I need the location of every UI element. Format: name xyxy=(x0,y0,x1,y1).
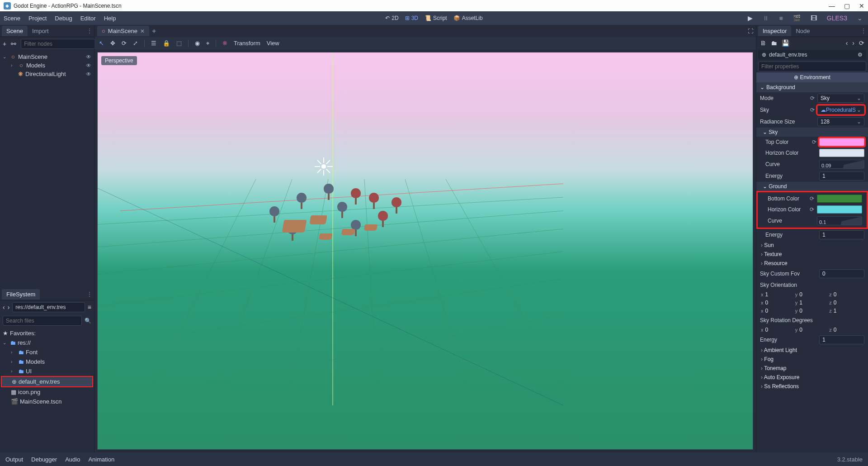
ground-energy-field[interactable]: 1 xyxy=(819,230,864,239)
3d-viewport[interactable]: Perspective xyxy=(97,52,753,450)
distraction-free-icon[interactable]: ⛶ xyxy=(748,28,753,34)
section-resource[interactable]: Resource xyxy=(756,259,868,268)
visibility-icon[interactable]: 👁 xyxy=(86,62,91,69)
sky-energy-field[interactable]: 1 xyxy=(819,171,864,181)
pause-icon[interactable]: ⏸ xyxy=(763,14,769,22)
list-icon[interactable]: ☰ xyxy=(151,40,156,47)
mode-3d[interactable]: ⊞ 3D xyxy=(405,15,418,21)
ground-curve-field[interactable]: 0.1 xyxy=(817,216,862,225)
close-icon[interactable]: ✕ xyxy=(859,2,864,10)
section-ambient[interactable]: Ambient Light xyxy=(756,346,868,355)
rotate-icon[interactable]: ⟳ xyxy=(122,40,127,47)
revert-icon[interactable]: ⟳ xyxy=(812,139,816,145)
play-custom-icon[interactable]: 🎞 xyxy=(811,14,817,22)
section-tonemap[interactable]: Tonemap xyxy=(756,364,868,373)
group-icon[interactable]: ⬚ xyxy=(176,40,182,47)
sky-dropdown[interactable]: ☁ ProceduralS xyxy=(817,105,864,114)
lock-icon[interactable]: 🔒 xyxy=(163,40,170,47)
sky-horizon-swatch[interactable] xyxy=(819,149,864,157)
bottom-debugger[interactable]: Debugger xyxy=(31,456,57,463)
scale-icon[interactable]: ⤢ xyxy=(133,40,138,47)
history-icon[interactable]: ⟳ xyxy=(859,39,864,47)
revert-icon[interactable]: ⟳ xyxy=(810,95,815,101)
revert-icon[interactable]: ⟳ xyxy=(810,206,814,213)
mode-script[interactable]: 📜 Script xyxy=(425,15,447,21)
renderer-label[interactable]: GLES3 xyxy=(827,14,847,22)
section-background[interactable]: ⌄Background xyxy=(756,82,868,92)
property-filter-input[interactable] xyxy=(758,62,866,71)
tab-inspector[interactable]: Inspector xyxy=(758,26,791,36)
section-autoexposure[interactable]: Auto Exposure xyxy=(756,373,868,382)
camera-icon[interactable]: ❋ xyxy=(222,40,227,47)
history-fwd-icon[interactable]: › xyxy=(852,39,854,47)
save-resource-icon[interactable]: 💾 xyxy=(782,39,789,47)
tab-filesystem[interactable]: FileSystem xyxy=(2,289,40,300)
link-icon[interactable]: ⚯ xyxy=(11,40,16,48)
bottom-animation[interactable]: Animation xyxy=(88,456,114,463)
maximize-icon[interactable]: ▢ xyxy=(844,2,850,10)
section-ssreflections[interactable]: Ss Reflections xyxy=(756,382,868,391)
inspector-resource[interactable]: ⊕default_env.tres ⚙ xyxy=(758,50,866,60)
visibility-icon[interactable]: 👁 xyxy=(86,71,91,77)
sky-fov-field[interactable]: 0 xyxy=(819,269,864,278)
light-gizmo[interactable] xyxy=(315,157,333,176)
fs-root[interactable]: ⌄🖿res:// xyxy=(1,338,93,347)
history-back-icon[interactable]: ‹ xyxy=(846,39,848,47)
nav-fwd-icon[interactable]: › xyxy=(8,304,10,311)
energy-field[interactable]: 1 xyxy=(819,335,864,344)
fs-folder-ui[interactable]: ›🖿UI xyxy=(1,366,93,376)
top-color-swatch[interactable] xyxy=(819,138,864,146)
menu-editor[interactable]: Editor xyxy=(80,15,96,22)
sky-curve-field[interactable]: 0.09 xyxy=(819,160,864,169)
fs-search-input[interactable] xyxy=(3,316,82,326)
rotation-row[interactable]: x0 y0 z0 xyxy=(756,326,868,334)
visibility-icon[interactable]: 👁 xyxy=(86,54,91,60)
ground-horizon-swatch[interactable] xyxy=(817,205,862,214)
section-fog[interactable]: Fog xyxy=(756,355,868,364)
orientation-row-0[interactable]: x1 y0 z0 xyxy=(756,290,868,299)
bottom-audio[interactable]: Audio xyxy=(65,456,80,463)
local-space-icon[interactable]: ◉ xyxy=(195,40,200,47)
perspective-badge[interactable]: Perspective xyxy=(101,56,137,65)
dock-menu-icon[interactable]: ⋮ xyxy=(87,28,92,34)
transform-menu[interactable]: Transform xyxy=(234,40,260,47)
scene-node-light[interactable]: ❋ DirectionalLight 👁 xyxy=(1,70,93,78)
revert-icon[interactable]: ⟳ xyxy=(810,107,815,113)
mode-assetlib[interactable]: 📦 AssetLib xyxy=(453,15,483,21)
scene-filter-input[interactable] xyxy=(21,39,95,49)
fs-folder-font[interactable]: ›🖿Font xyxy=(1,347,93,357)
play-scene-icon[interactable]: 🎬 xyxy=(793,14,801,22)
fs-file-env[interactable]: ⊕default_env.tres xyxy=(1,376,93,387)
tab-node[interactable]: Node xyxy=(791,26,814,36)
scene-node-root[interactable]: ⌄○ MainScene 👁 xyxy=(1,52,93,61)
nav-back-icon[interactable]: ‹ xyxy=(3,304,5,311)
resource-tools-icon[interactable]: ⚙ xyxy=(858,52,863,58)
search-icon[interactable]: 🔍 xyxy=(85,318,91,324)
radiance-dropdown[interactable]: 128 xyxy=(817,117,864,126)
fs-file-scene[interactable]: 🎬MainScene.tscn xyxy=(1,397,93,406)
select-icon[interactable]: ↖ xyxy=(99,40,104,47)
tab-scene[interactable]: Scene xyxy=(2,26,28,36)
tab-import[interactable]: Import xyxy=(28,26,53,36)
orientation-row-1[interactable]: x0 y1 z0 xyxy=(756,299,868,307)
dock-menu-icon[interactable]: ⋮ xyxy=(861,28,866,34)
menu-scene[interactable]: Scene xyxy=(4,15,20,22)
stop-icon[interactable]: ■ xyxy=(779,14,783,22)
add-node-icon[interactable]: + xyxy=(3,40,6,48)
path-field[interactable]: res://default_env.tres xyxy=(12,302,85,312)
fs-folder-models[interactable]: ›🖿Models xyxy=(1,357,93,366)
view-menu[interactable]: View xyxy=(267,40,279,47)
menu-project[interactable]: Project xyxy=(28,15,47,22)
menu-help[interactable]: Help xyxy=(104,15,116,22)
move-icon[interactable]: ✥ xyxy=(110,40,115,47)
new-resource-icon[interactable]: 🗎 xyxy=(760,39,766,47)
scene-node-models[interactable]: ›○ Models 👁 xyxy=(1,61,93,70)
section-texture[interactable]: Texture xyxy=(756,250,868,259)
snap-icon[interactable]: ⌖ xyxy=(206,40,209,47)
minimize-icon[interactable]: ― xyxy=(829,2,835,10)
scene-tab-main[interactable]: ○MainScene✕ xyxy=(97,26,149,36)
view-mode-icon[interactable]: ≡ xyxy=(88,304,91,311)
subsection-ground[interactable]: ⌄ Ground xyxy=(756,182,868,191)
subsection-sky[interactable]: ⌄ Sky xyxy=(756,128,868,137)
dock-menu-icon[interactable]: ⋮ xyxy=(87,291,92,297)
